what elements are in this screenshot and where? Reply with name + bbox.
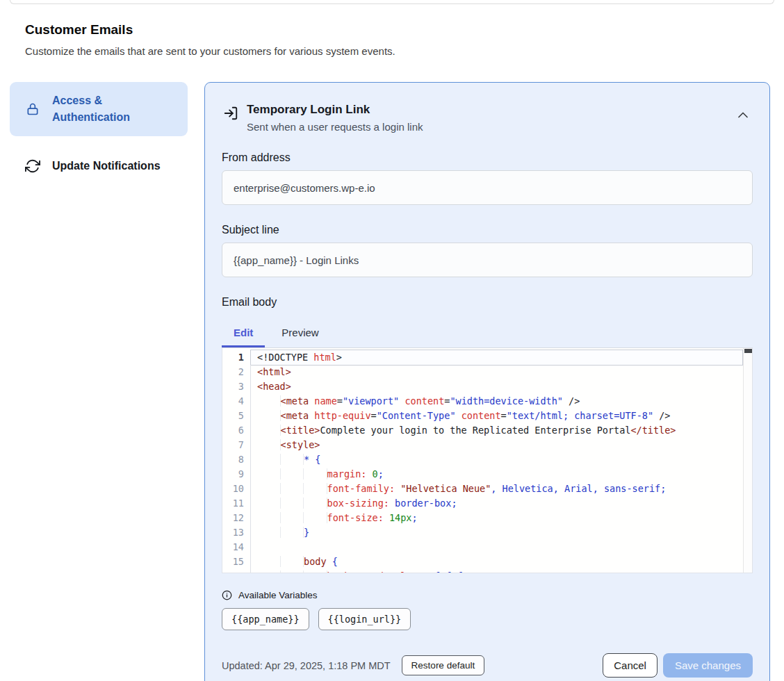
email-body-tabs: Edit Preview	[222, 320, 753, 347]
code-line[interactable]: 10 font-family: "Helvetica Neue", Helvet…	[222, 482, 752, 496]
code-line[interactable]: 9 margin: 0;	[222, 467, 752, 482]
email-settings-panel: Temporary Login Link Sent when a user re…	[204, 82, 770, 681]
from-address-label: From address	[222, 151, 753, 164]
email-template-title: Temporary Login Link	[247, 101, 733, 118]
editor-scrollbar-thumb[interactable]	[744, 349, 752, 353]
available-variables-label: Available Variables	[238, 590, 318, 600]
variable-chips: {{app_name}} {{login_url}}	[222, 608, 753, 630]
line-number: 6	[222, 423, 251, 438]
variable-chip-login-url[interactable]: {{login_url}}	[318, 608, 411, 630]
code-content: font-family: "Helvetica Neue", Helvetica…	[251, 482, 742, 496]
line-number: 7	[222, 438, 251, 452]
editor-vertical-scrollbar[interactable]	[743, 348, 752, 573]
line-number: 3	[222, 379, 251, 394]
info-icon	[222, 590, 232, 600]
code-line[interactable]: 5 <meta http-equiv="Content-Type" conten…	[222, 409, 752, 423]
email-body-label: Email body	[222, 296, 753, 309]
line-number: 13	[222, 525, 251, 540]
code-content	[251, 540, 742, 555]
save-changes-button[interactable]: Save changes	[663, 653, 753, 678]
subject-line-label: Subject line	[222, 224, 753, 236]
code-content: <style>	[251, 438, 742, 452]
line-number: 11	[222, 496, 251, 511]
tab-preview[interactable]: Preview	[277, 320, 318, 347]
line-number: 4	[222, 394, 251, 409]
previous-card-bottom-edge	[10, 0, 774, 4]
code-line[interactable]: 1<!DOCTYPE html>	[222, 350, 752, 365]
sidebar-item-update-notifications[interactable]: Update Notifications	[10, 147, 188, 185]
code-line[interactable]: 2<html>	[222, 365, 752, 379]
lock-icon	[25, 101, 40, 117]
line-number: 8	[222, 452, 251, 467]
sidebar-item-label: Access & Authentication	[52, 92, 156, 126]
available-variables-row: Available Variables	[222, 590, 753, 600]
page-subtitle: Customize the emails that are sent to yo…	[25, 45, 784, 57]
code-content: <!DOCTYPE html>	[251, 350, 742, 365]
updated-timestamp: Updated: Apr 29, 2025, 1:18 PM MDT	[222, 660, 391, 671]
code-line[interactable]: 3<head>	[222, 379, 752, 394]
from-address-input[interactable]	[222, 170, 753, 205]
sidebar-item-label: Update Notifications	[52, 158, 161, 174]
line-number: 9	[222, 467, 251, 482]
code-line[interactable]: 13 }	[222, 525, 752, 540]
cancel-button[interactable]: Cancel	[603, 653, 658, 678]
subject-line-input[interactable]	[222, 243, 753, 277]
code-content: <head>	[251, 379, 742, 394]
code-content: body {	[251, 555, 742, 569]
email-template-subtitle: Sent when a user requests a login link	[247, 121, 733, 133]
line-number: 5	[222, 409, 251, 423]
line-number: 10	[222, 482, 251, 496]
code-editor-lines: 1<!DOCTYPE html>2<html>3<head>4 <meta na…	[222, 350, 752, 573]
panel-header: Temporary Login Link Sent when a user re…	[222, 99, 753, 133]
line-number: 12	[222, 511, 251, 525]
code-line[interactable]: 14	[222, 540, 752, 555]
content-area: Access & Authentication Update Notificat…	[10, 82, 770, 681]
code-line[interactable]: 7 <style>	[222, 438, 752, 452]
chevron-up-icon	[738, 112, 748, 118]
line-number: 15	[222, 555, 251, 569]
code-content: box-sizing: border-box;	[251, 496, 742, 511]
line-number: 1	[222, 350, 251, 365]
code-editor[interactable]: 1<!DOCTYPE html>2<html>3<head>4 <meta na…	[222, 347, 753, 573]
code-content: <meta name="viewport" content="width=dev…	[251, 394, 742, 409]
variable-chip-app-name[interactable]: {{app_name}}	[222, 608, 309, 630]
code-content: }	[251, 525, 742, 540]
code-line[interactable]: 8 * {	[222, 452, 752, 467]
panel-titles: Temporary Login Link Sent when a user re…	[247, 99, 733, 133]
sidebar: Access & Authentication Update Notificat…	[10, 82, 188, 185]
code-content: background-color: #f8f8f8;	[251, 569, 742, 573]
line-number: 14	[222, 540, 251, 555]
log-in-icon	[223, 106, 238, 121]
line-number: 16	[222, 569, 251, 573]
code-line[interactable]: 12 font-size: 14px;	[222, 511, 752, 525]
collapse-section-button[interactable]	[733, 105, 753, 124]
panel-footer: Updated: Apr 29, 2025, 1:18 PM MDT Resto…	[222, 653, 753, 678]
code-content: margin: 0;	[251, 467, 742, 482]
refresh-icon	[25, 158, 40, 174]
sidebar-item-access-authentication[interactable]: Access & Authentication	[10, 82, 188, 136]
tab-edit[interactable]: Edit	[222, 320, 265, 347]
code-content: <html>	[251, 365, 742, 379]
code-line[interactable]: 11 box-sizing: border-box;	[222, 496, 752, 511]
page-title: Customer Emails	[25, 22, 784, 38]
code-content: * {	[251, 452, 742, 467]
code-content: <title>Complete your login to the Replic…	[251, 423, 742, 438]
restore-default-button[interactable]: Restore default	[402, 655, 485, 675]
code-line[interactable]: 16 background-color: #f8f8f8;	[222, 569, 752, 573]
code-content: font-size: 14px;	[251, 511, 742, 525]
line-number: 2	[222, 365, 251, 379]
code-line[interactable]: 4 <meta name="viewport" content="width=d…	[222, 394, 752, 409]
code-content: <meta http-equiv="Content-Type" content=…	[251, 409, 742, 423]
code-line[interactable]: 15 body {	[222, 555, 752, 569]
code-line[interactable]: 6 <title>Complete your login to the Repl…	[222, 423, 752, 438]
